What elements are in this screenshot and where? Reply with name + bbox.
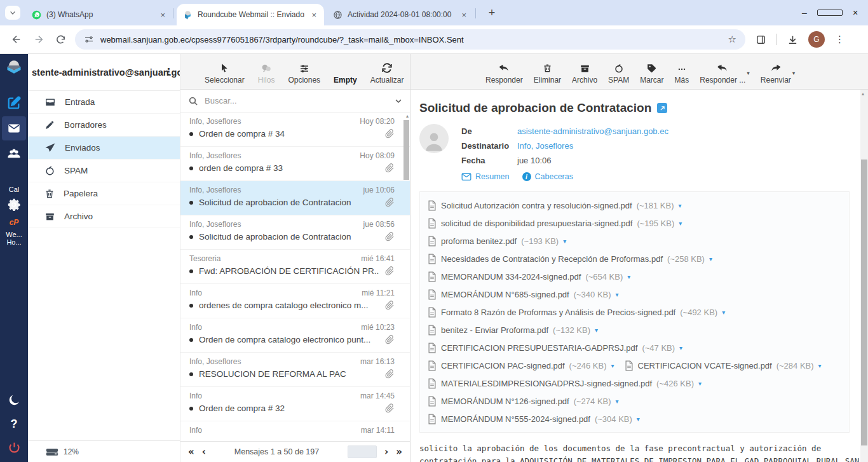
- dark-mode-button[interactable]: [0, 393, 28, 407]
- site-settings-icon[interactable]: [84, 34, 94, 44]
- attachment[interactable]: MEMORÁNDUM N°555-2024-signed.pdf(~304 KB…: [428, 414, 640, 425]
- next-page-button[interactable]: ›: [384, 446, 388, 458]
- attachment[interactable]: MEMORANDUM 334-2024-signed.pdf(~654 KB)▾: [428, 271, 630, 282]
- edit-draft-icon[interactable]: [657, 103, 667, 113]
- attachment[interactable]: solicitud de disponibilidad presupuestar…: [428, 218, 682, 229]
- summary-link[interactable]: Resumen: [461, 172, 510, 181]
- attachment-menu-icon[interactable]: ▾: [679, 202, 682, 209]
- account-menu-icon[interactable]: ⋮: [164, 66, 173, 78]
- search-input[interactable]: [205, 96, 388, 105]
- delete-button[interactable]: Eliminar: [534, 61, 561, 85]
- attachment-menu-icon[interactable]: ▾: [818, 362, 822, 369]
- page-number-input[interactable]: [348, 445, 377, 458]
- attachment[interactable]: MEMORÁNDUM N°685-signed.pdf(~340 KB)▾: [428, 289, 619, 300]
- attachment-menu-icon[interactable]: ▾: [637, 416, 640, 423]
- last-page-button[interactable]: »: [396, 446, 402, 458]
- bookmark-star-icon[interactable]: ☆: [728, 34, 736, 45]
- reload-button[interactable]: [55, 34, 66, 45]
- select-button[interactable]: Seleccionar: [205, 61, 245, 85]
- mark-button[interactable]: Marcar: [640, 61, 663, 85]
- help-button[interactable]: ?: [0, 418, 28, 431]
- attachment-menu-icon[interactable]: ▾: [563, 238, 566, 245]
- message-list-item[interactable]: Infomar 14:11: [180, 421, 410, 441]
- browser-menu-button[interactable]: ⋮: [835, 34, 844, 45]
- attachment-menu-icon[interactable]: ▾: [627, 273, 630, 280]
- attachment-menu-icon[interactable]: ▾: [709, 255, 712, 262]
- reply-button[interactable]: Responder: [485, 61, 523, 85]
- attachment[interactable]: CERTIFICACION PRESUPUESTARIA-GADPRSJ.pdf…: [428, 343, 682, 353]
- list-scroll-up-icon[interactable]: ▴: [406, 113, 409, 119]
- scrollbar-thumb[interactable]: [861, 160, 867, 445]
- folder-papelera[interactable]: Papelera: [28, 182, 180, 205]
- attachment-menu-icon[interactable]: ▾: [611, 362, 614, 369]
- reply-all-button[interactable]: Responder ...: [700, 61, 745, 85]
- attachment[interactable]: Necesidades de Contratación y Recepción …: [428, 254, 712, 264]
- attachment-menu-icon[interactable]: ▾: [595, 327, 598, 334]
- message-list-item-selected[interactable]: Info, Josefloresjue 10:06 Solicitud de a…: [180, 181, 410, 215]
- scroll-up-icon[interactable]: ▴: [862, 91, 864, 97]
- attachment[interactable]: benitez - Enviar Proforma.pdf(~132 KB)▾: [428, 325, 598, 336]
- attachment-menu-icon[interactable]: ▾: [722, 309, 725, 316]
- attachment[interactable]: proforma benitez.pdf(~193 KB)▾: [428, 236, 566, 247]
- attachment-menu-icon[interactable]: ▾: [679, 220, 682, 227]
- reading-pane-scrollbar[interactable]: ▴: [860, 90, 868, 462]
- webhost-nav-button[interactable]: We...Ho...: [0, 231, 28, 247]
- folder-entrada[interactable]: Entrada: [28, 91, 180, 114]
- tab-roundcube-active[interactable]: Roundcube Webmail :: Enviado: ×: [177, 4, 324, 25]
- archive-button[interactable]: Archivo: [572, 61, 597, 85]
- forward-dropdown-icon[interactable]: ▾: [792, 70, 796, 76]
- new-tab-button[interactable]: +: [484, 6, 499, 20]
- message-list-item[interactable]: Info, Josefloresmar 16:13 RESOLUCION DE …: [180, 353, 410, 387]
- attachment[interactable]: MATERIALESDIMPRESIONGADPRSJ-signed-signe…: [428, 378, 702, 389]
- first-page-button[interactable]: «: [188, 446, 194, 458]
- downloads-button[interactable]: [787, 34, 798, 45]
- tab-whatsapp[interactable]: (3) WhatsApp ×: [25, 4, 173, 25]
- headers-link[interactable]: i Cabeceras: [522, 172, 573, 181]
- logout-button[interactable]: [0, 441, 28, 454]
- folder-spam[interactable]: SPAM: [28, 160, 180, 182]
- attachment[interactable]: Solicitud Autorización contra y resoluci…: [428, 200, 682, 211]
- folder-archivo[interactable]: Archivo: [28, 205, 180, 228]
- compose-button[interactable]: [2, 91, 26, 115]
- settings-nav-button[interactable]: [0, 198, 28, 212]
- cpanel-nav-button[interactable]: cP: [0, 218, 28, 227]
- refresh-button[interactable]: Actualizar: [370, 61, 404, 85]
- spam-button[interactable]: SPAM: [608, 61, 629, 85]
- prev-page-button[interactable]: ‹: [202, 446, 206, 458]
- attachment-menu-icon[interactable]: ▾: [698, 380, 702, 387]
- contacts-nav-button[interactable]: [2, 142, 26, 166]
- message-list-item[interactable]: Infomar 14:45 Orden de compra # 32: [180, 387, 410, 421]
- attachment[interactable]: CERTIFICACION PAC-signed.pdf(~246 KB)▾: [428, 360, 614, 371]
- message-list-item[interactable]: Infomié 10:23 Orden de compra catalogo e…: [180, 318, 410, 353]
- attachment[interactable]: CERTIFICACION VCATE-signed.pdf(~284 KB)▾: [625, 360, 822, 371]
- folder-enviados-selected[interactable]: Enviados: [28, 137, 180, 160]
- profile-avatar[interactable]: G: [808, 31, 825, 48]
- search-options-chevron[interactable]: [395, 97, 402, 105]
- attachment[interactable]: Formato 8 Razón de Proformas y Análisis …: [428, 307, 725, 318]
- reply-all-dropdown-icon[interactable]: ▾: [747, 70, 750, 76]
- maximize-button[interactable]: [817, 8, 843, 18]
- message-list-item[interactable]: Tesoreriamié 16:41 Fwd: APROBACIÓN DE CE…: [180, 250, 410, 284]
- more-button[interactable]: Más: [675, 61, 689, 85]
- url-field[interactable]: webmail.sanjuan.gob.ec/cpsess9776051867/…: [75, 29, 745, 50]
- attachment[interactable]: MEMORÁNDUM N°126-signed.pdf(~274 KB)▾: [428, 396, 619, 407]
- threads-button[interactable]: Hilos: [258, 61, 275, 85]
- mail-nav-button[interactable]: [2, 116, 26, 140]
- tab-close-icon[interactable]: ×: [460, 10, 468, 20]
- options-button[interactable]: Opciones: [288, 61, 320, 85]
- attachment-menu-icon[interactable]: ▾: [616, 398, 619, 405]
- folder-borradores[interactable]: Borradores: [28, 114, 180, 137]
- to-addresses-link[interactable]: Info, Joseflores: [517, 139, 573, 153]
- attachment-menu-icon[interactable]: ▾: [679, 344, 682, 351]
- minimize-button[interactable]: –: [792, 8, 817, 18]
- message-list-item[interactable]: Infomié 11:21 ordenes de compra catalogo…: [180, 284, 410, 318]
- empty-button[interactable]: Empty: [334, 61, 357, 85]
- message-list-item[interactable]: Info, Josefloresjue 08:56 Solicitud de a…: [180, 215, 410, 250]
- back-button[interactable]: [11, 34, 22, 45]
- attachment-menu-icon[interactable]: ▾: [616, 291, 619, 298]
- side-panel-button[interactable]: [756, 34, 766, 45]
- message-list-item[interactable]: Info, JosefloresHoy 08:20 Orden de compr…: [180, 112, 410, 147]
- tab-search-button[interactable]: [5, 6, 20, 20]
- list-scrollbar[interactable]: [403, 120, 409, 180]
- forward-button[interactable]: [33, 34, 44, 45]
